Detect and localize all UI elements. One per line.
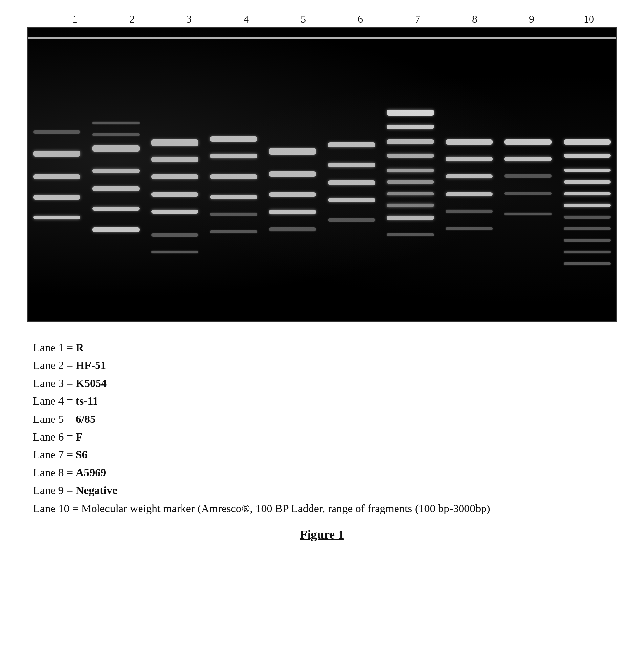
gel-lane-3 (145, 28, 204, 321)
page-container: 1 2 3 4 5 6 7 8 9 10 (20, 13, 624, 542)
gel-lane-10 (558, 28, 616, 321)
caption-lane3: Lane 3 = K5054 (33, 374, 617, 392)
caption-area: Lane 1 = R Lane 2 = HF-51 Lane 3 = K5054… (27, 339, 617, 518)
gel-lane-6 (322, 28, 381, 321)
caption-lane2: Lane 2 = HF-51 (33, 356, 617, 374)
gel-lane-7 (381, 28, 439, 321)
gel-lane-2 (86, 28, 145, 321)
gel-lanes (28, 28, 616, 321)
gel-lane-9 (499, 28, 557, 321)
lane-num-1: 1 (46, 13, 104, 25)
gel-lane-8 (440, 28, 499, 321)
caption-lane9: Lane 9 = Negative (33, 482, 617, 499)
lane-num-7: 7 (389, 13, 446, 25)
figure-label: Figure 1 (300, 528, 344, 541)
caption-lane1: Lane 1 = R (33, 339, 617, 356)
lane-num-9: 9 (503, 13, 560, 25)
caption-lane8: Lane 8 = A5969 (33, 464, 617, 482)
lane-num-3: 3 (161, 13, 217, 25)
gel-lane-5 (263, 28, 322, 321)
gel-lane-4 (204, 28, 263, 321)
lane-num-8: 8 (446, 13, 503, 25)
caption-lane5: Lane 5 = 6/85 (33, 410, 617, 428)
gel-lane-1 (28, 28, 86, 321)
caption-lane4: Lane 4 = ts-11 (33, 392, 617, 410)
caption-lane10: Lane 10 = Molecular weight marker (Amres… (33, 500, 617, 518)
gel-image (27, 27, 617, 322)
figure-label-container: Figure 1 (27, 527, 617, 542)
caption-lane6: Lane 6 = F (33, 428, 617, 446)
caption-lane7: Lane 7 = S6 (33, 446, 617, 463)
lane-num-10: 10 (560, 13, 617, 25)
lane-numbers-row: 1 2 3 4 5 6 7 8 9 10 (27, 13, 617, 25)
lane-num-6: 6 (332, 13, 389, 25)
lane-num-5: 5 (275, 13, 332, 25)
lane-num-2: 2 (104, 13, 161, 25)
lane-num-4: 4 (217, 13, 275, 25)
